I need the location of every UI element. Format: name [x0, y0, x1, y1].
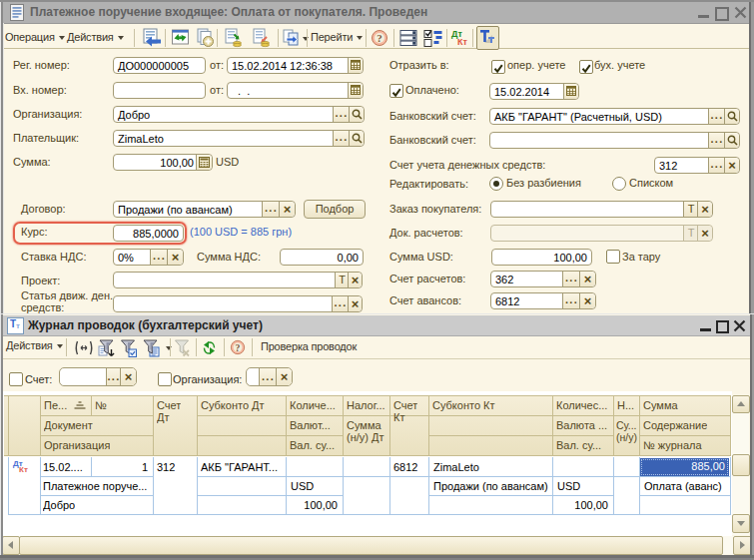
svg-text:?: ? — [377, 32, 382, 44]
svg-text:?: ? — [236, 342, 241, 353]
